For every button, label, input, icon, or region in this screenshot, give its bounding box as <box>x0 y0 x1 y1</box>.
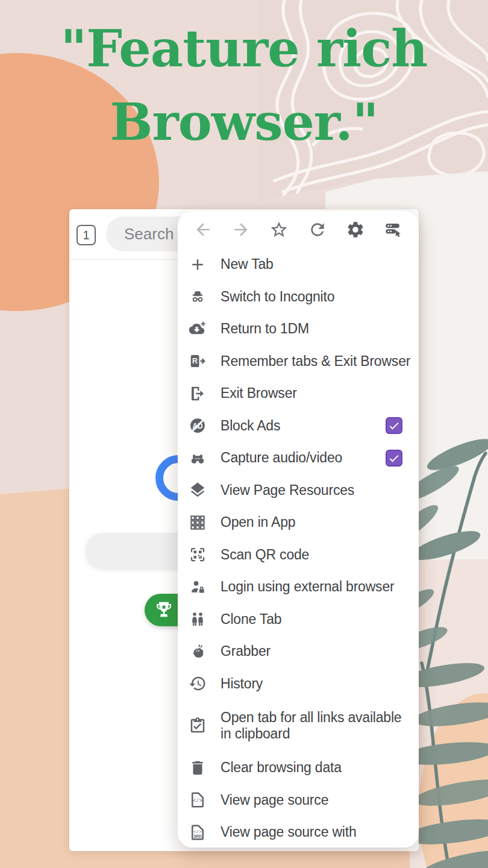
file-code-icon: </> <box>189 791 207 809</box>
menu-item-label: Open tab for all links availablein clipb… <box>221 709 401 742</box>
menu-item[interactable]: R Remember tabs & Exit Browser <box>178 345 419 378</box>
menu-toolbar <box>178 211 419 248</box>
person-lock-icon <box>189 578 207 596</box>
menu-item[interactable]: Grabber <box>178 635 419 668</box>
menu-item[interactable]: Scan QR code <box>178 539 419 571</box>
headline-line2: Browser." <box>0 86 488 159</box>
tab-count: 1 <box>83 228 89 242</box>
menu-item-label: History <box>221 676 263 692</box>
fist-icon <box>189 643 207 661</box>
menu-item-label: Clear browsing data <box>221 760 342 776</box>
menu-item-label: Capture audio/video <box>221 450 342 466</box>
cloud-download-icon <box>189 320 207 338</box>
headline-line1: "Feature rich <box>0 12 488 86</box>
grid-apps-icon <box>189 514 207 532</box>
clipboard-check-icon <box>189 717 207 735</box>
menu-item[interactable]: Switch to Incognito <box>178 281 419 313</box>
sniffer-tools-icon[interactable] <box>383 219 404 241</box>
remember-tabs-icon: R <box>189 352 207 370</box>
arrow-forward-icon[interactable] <box>230 219 252 241</box>
checkbox-checked[interactable] <box>386 450 402 467</box>
svg-text:R: R <box>192 357 198 366</box>
plus-icon <box>189 256 207 274</box>
exit-door-icon <box>189 385 207 403</box>
settings-gear-icon[interactable] <box>345 219 366 241</box>
menu-item[interactable]: </> View page source <box>178 784 419 817</box>
menu-item[interactable]: Exit Browser <box>178 377 419 410</box>
menu-item-label: New Tab <box>221 256 274 272</box>
menu-items: New Tab Switch to Incognito Return to 1D… <box>178 248 419 849</box>
arrow-back-icon[interactable] <box>192 219 214 241</box>
menu-item-label: Exit Browser <box>221 385 297 401</box>
incognito-icon <box>189 288 207 306</box>
star-icon[interactable] <box>268 219 290 241</box>
menu-item[interactable]: View Page Resources <box>178 474 419 507</box>
menu-item[interactable]: Clear browsing data <box>178 752 419 784</box>
menu-item-label: Block Ads <box>221 418 280 434</box>
svg-text:</>: </> <box>193 799 202 805</box>
menu-item[interactable]: Clone Tab <box>178 603 419 636</box>
promo-screenshot: "Feature rich Browser." 1 Search New Tab <box>0 0 488 868</box>
history-icon <box>189 675 207 693</box>
headline: "Feature rich Browser." <box>0 12 488 159</box>
browser-overflow-menu: New Tab Switch to Incognito Return to 1D… <box>178 211 419 848</box>
menu-item[interactable]: Open in App <box>178 506 419 539</box>
menu-item-label: View page source <box>221 792 328 808</box>
menu-item[interactable]: History <box>178 668 419 700</box>
people-icon <box>189 610 207 628</box>
menu-item-label: Grabber <box>221 643 271 659</box>
layers-icon <box>189 481 207 499</box>
menu-item-label: Switch to Incognito <box>221 289 334 305</box>
tab-counter-button[interactable]: 1 <box>77 225 96 245</box>
menu-item-label: Login using external browser <box>221 579 394 595</box>
menu-item-label: Clone Tab <box>221 611 281 627</box>
menu-item-label: Remember tabs & Exit Browser <box>221 353 410 370</box>
menu-item[interactable]: Capture audio/video <box>178 442 419 474</box>
menu-item-label: Return to 1DM <box>221 321 309 337</box>
menu-item-label: View Page Resources <box>221 482 354 498</box>
menu-item-label: Scan QR code <box>221 547 309 563</box>
binoculars-icon <box>189 449 207 467</box>
menu-item[interactable]: Return to 1DM <box>178 313 419 345</box>
trash-icon <box>189 759 207 777</box>
checkbox-checked[interactable] <box>386 417 402 434</box>
menu-item[interactable]: Login using external browser <box>178 571 419 603</box>
menu-item-label: Open in App <box>221 514 295 530</box>
block-ads-icon: AD <box>189 417 207 435</box>
menu-item-label: View page source with <box>221 824 357 840</box>
menu-item[interactable]: New Tab <box>178 248 419 281</box>
qr-code-icon <box>189 546 207 564</box>
svg-text:3RD: 3RD <box>193 834 202 838</box>
file-code-3rd-icon: </>3RD <box>189 823 207 841</box>
address-bar-placeholder: Search <box>124 225 174 244</box>
trophy-icon <box>154 600 174 620</box>
menu-item[interactable]: </>3RD View page source with <box>178 816 419 849</box>
refresh-icon[interactable] <box>307 219 328 241</box>
menu-item[interactable]: Open tab for all links availablein clipb… <box>178 700 419 752</box>
menu-item[interactable]: AD Block Ads <box>178 410 419 442</box>
